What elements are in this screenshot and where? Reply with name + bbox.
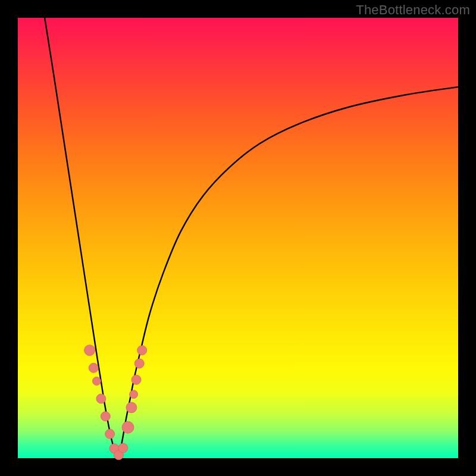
curve-right-branch: [118, 87, 458, 458]
sample-marker: [122, 421, 134, 433]
sample-marker: [84, 345, 95, 356]
sample-marker: [130, 390, 138, 399]
sample-marker: [89, 363, 98, 372]
sample-marker: [92, 377, 101, 386]
sample-markers: [84, 345, 147, 460]
sample-marker: [134, 359, 144, 368]
sample-marker: [131, 375, 141, 384]
sample-marker: [101, 412, 110, 421]
sample-marker: [105, 429, 115, 439]
watermark-text: TheBottleneck.com: [356, 2, 470, 18]
chart-frame: TheBottleneck.com: [0, 0, 476, 476]
curve-left-branch: [45, 18, 118, 458]
sample-marker: [137, 346, 147, 355]
plot-area: [18, 18, 458, 458]
sample-marker: [126, 402, 137, 413]
sample-marker: [96, 394, 106, 403]
sample-marker: [118, 443, 128, 453]
chart-svg: [18, 18, 458, 458]
